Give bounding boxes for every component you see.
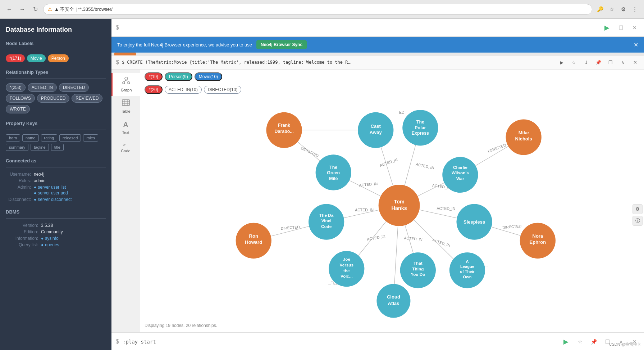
rel-follows[interactable]: FOLLOWS	[6, 94, 35, 103]
rel-acted-in[interactable]: ACTED_IN	[28, 83, 57, 92]
disconnect-label: Disconnect:	[6, 197, 31, 202]
svg-text:ACTED_IN: ACTED_IN	[415, 162, 434, 170]
code-view-button[interactable]: >_ Code	[111, 138, 140, 157]
prop-rating[interactable]: rating	[41, 134, 58, 142]
prop-roles[interactable]: roles	[83, 134, 98, 142]
node-label-person[interactable]: Person	[48, 54, 69, 62]
graph-area[interactable]: ACTED_IN ACTED_IN ACTED_IN ACTED_IN	[140, 97, 644, 332]
browser-chrome: ← → ↻ ⚠ ▲ 不安全 | **.3355/browser/ 🔑 ☆ ⚙ ⋮	[0, 0, 644, 19]
address-bar[interactable]: ⚠ ▲ 不安全 | **.3355/browser/	[43, 4, 592, 15]
prop-tagline[interactable]: tagline	[31, 144, 49, 151]
star-icon[interactable]: ☆	[607, 4, 617, 14]
text-icon: A	[123, 121, 128, 129]
result-star-button[interactable]: ☆	[569, 58, 579, 67]
graph-panel: *(19) Person(9) Movie(10) *(20) ACTED_IN…	[140, 69, 644, 332]
text-view-button[interactable]: A Text	[111, 117, 140, 138]
key-icon[interactable]: 🔑	[595, 4, 605, 14]
username-label: Username:	[6, 172, 31, 177]
relationship-types-group: *(253) ACTED_IN DIRECTED FOLLOWS PRODUCE…	[6, 83, 106, 113]
filter-all-19[interactable]: *(19)	[145, 72, 163, 81]
server-user-add-link[interactable]: ● server user add	[34, 190, 68, 196]
result-download-button[interactable]: ⇓	[581, 58, 591, 67]
zoom-info-button[interactable]: ⓘ	[632, 216, 643, 226]
top-run-button[interactable]: ▶	[602, 22, 612, 33]
sysinfo-link[interactable]: ● sysinfo	[41, 236, 59, 241]
svg-text:Ephron: Ephron	[530, 239, 546, 245]
menu-icon[interactable]: ⋮	[630, 4, 640, 14]
node-label-movie[interactable]: Movie	[27, 54, 46, 62]
rel-produced[interactable]: PRODUCED	[37, 94, 70, 103]
bottom-pin-button[interactable]: 📌	[589, 337, 599, 347]
node-label-all[interactable]: *(171)	[6, 54, 25, 62]
rel-directed[interactable]: DIRECTED	[59, 83, 89, 92]
result-body: Graph Table A Text >_ Code	[111, 69, 644, 332]
svg-text:Own: Own	[463, 275, 471, 279]
reload-button[interactable]: ↻	[30, 4, 40, 14]
filter-rels-20[interactable]: *(20)	[145, 85, 163, 94]
server-user-list-link[interactable]: ● server user list	[34, 185, 68, 190]
extensions-icon[interactable]: ⚙	[618, 4, 628, 14]
rel-all[interactable]: *(253)	[6, 83, 26, 92]
result-close-button[interactable]: ✕	[630, 58, 640, 67]
forward-button[interactable]: →	[17, 4, 27, 14]
result-collapse-button[interactable]: ∧	[618, 58, 627, 67]
prop-summary[interactable]: summary	[6, 144, 28, 151]
svg-text:Express: Express	[412, 131, 429, 136]
table-view-button[interactable]: Table	[111, 96, 140, 117]
top-close-button[interactable]: ✕	[630, 23, 640, 33]
result-query-text: $ CREATE (TheMatrix:Movie {title:'The Ma…	[122, 60, 554, 65]
property-keys-section: Property Keys born name rating released …	[6, 121, 106, 151]
svg-text:War: War	[456, 176, 464, 181]
sidebar-title: Database Information	[6, 26, 106, 33]
prop-title[interactable]: title	[51, 144, 64, 151]
svg-text:The Da: The Da	[319, 213, 334, 217]
banner-content: To enjoy the full Neo4j Browser experien…	[117, 40, 307, 49]
graph-view-button[interactable]: Graph	[111, 73, 140, 96]
graph-label: Graph	[121, 88, 132, 92]
svg-text:of Their: of Their	[460, 269, 475, 274]
filter-person-9[interactable]: Person(9)	[165, 72, 192, 81]
server-disconnect-link[interactable]: ● server disconnect	[34, 197, 72, 202]
svg-text:ACTED_IN: ACTED_IN	[404, 236, 423, 241]
svg-point-1	[123, 82, 125, 84]
address-text: ▲ 不安全 | **.3355/browser/	[54, 6, 113, 13]
bottom-dollar-sign: $	[116, 338, 119, 345]
top-query-input[interactable]	[123, 25, 598, 31]
result-expand-button[interactable]: ❐	[606, 58, 615, 67]
admin-row: Admin: ● server user list ● server user …	[6, 185, 106, 196]
back-button[interactable]: ←	[4, 4, 14, 14]
queries-link[interactable]: ● queries	[41, 242, 59, 247]
filter-directed-10[interactable]: DIRECTED(10)	[204, 86, 242, 94]
circle-dot-icon4: ●	[41, 236, 44, 241]
bottom-star-button[interactable]: ☆	[575, 337, 585, 347]
filter-bar: *(19) Person(9) Movie(10) *(20) ACTED_IN…	[140, 69, 644, 97]
svg-text:Hanks: Hanks	[392, 205, 407, 211]
prop-released[interactable]: released	[59, 134, 81, 142]
rel-wrote[interactable]: WROTE	[6, 105, 30, 113]
username-row: Username: neo4j	[6, 172, 106, 177]
filter-movie-10[interactable]: Movie(10)	[195, 72, 222, 81]
svg-text:Code: Code	[321, 224, 332, 229]
code-icon: >_	[123, 142, 129, 147]
information-label: Information:	[6, 236, 38, 241]
filter-acted-in-10[interactable]: ACTED_IN(10)	[165, 86, 202, 94]
prop-born[interactable]: born	[6, 134, 20, 142]
view-selector: Graph Table A Text >_ Code	[111, 69, 140, 332]
result-run-button[interactable]: ▶	[557, 58, 566, 67]
info-banner: To enjoy the full Neo4j Browser experien…	[111, 37, 644, 53]
bottom-run-button[interactable]: ▶	[561, 336, 571, 347]
top-expand-button[interactable]: ❐	[616, 23, 626, 33]
graph-side-icons: ⚙ ⓘ	[631, 201, 644, 229]
table-icon	[122, 99, 130, 108]
banner-close-button[interactable]: ✕	[634, 41, 638, 48]
svg-text:ACTED_IN: ACTED_IN	[437, 207, 456, 211]
rel-reviewed[interactable]: REVIEWED	[72, 94, 102, 103]
zoom-settings-button[interactable]: ⚙	[632, 204, 643, 214]
svg-text:Cloud: Cloud	[387, 294, 400, 300]
graph-svg: ACTED_IN ACTED_IN ACTED_IN ACTED_IN	[140, 97, 644, 332]
person-nodes[interactable]: Tom Hanks Frank Darabo... Ron Howard	[236, 112, 556, 259]
prop-name[interactable]: name	[22, 134, 39, 142]
neo4j-browser-sync-button[interactable]: Neo4j Browser Sync	[256, 40, 307, 49]
svg-text:That: That	[414, 261, 423, 265]
result-pin-button[interactable]: 📌	[594, 58, 603, 67]
